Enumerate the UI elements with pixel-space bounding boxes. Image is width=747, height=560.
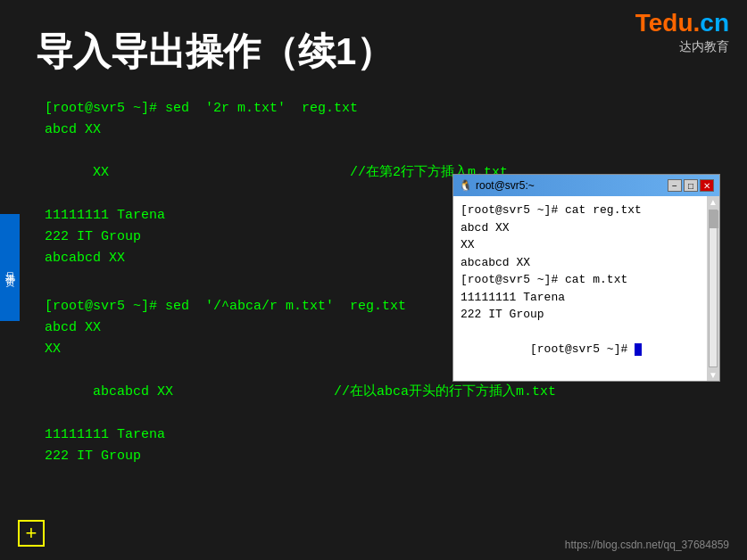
terminal-controls[interactable]: − □ ✕ xyxy=(668,179,714,192)
logo-te: Te xyxy=(635,9,663,37)
terminal-prompt: [root@svr5 ~]# xyxy=(530,342,635,356)
terminal-close-button[interactable]: ✕ xyxy=(700,179,714,192)
terminal-line-3: abcabcd XX xyxy=(461,254,700,272)
terminal-titlebar: 🐧 root@svr5:~ − □ ✕ xyxy=(453,175,719,196)
terminal-line-2: XX xyxy=(461,236,700,254)
terminal-body: [root@svr5 ~]# cat reg.txt abcd XX XX ab… xyxy=(453,196,707,381)
code-line-1-1: abcd XX xyxy=(45,119,729,141)
scroll-thumb[interactable] xyxy=(710,210,718,228)
code-line-1-2-text: XX //在第2行下方插入m.txt xyxy=(93,165,508,180)
code-line-1-0: [root@svr5 ~]# sed '2r m.txt' reg.txt xyxy=(45,98,729,119)
terminal-scroll-area: [root@svr5 ~]# cat reg.txt abcd XX XX ab… xyxy=(453,196,719,381)
scroll-down-arrow[interactable]: ▼ xyxy=(708,369,718,381)
terminal-content: [root@svr5 ~]# cat reg.txt abcd XX XX ab… xyxy=(453,196,707,381)
terminal-line-0: [root@svr5 ~]# cat reg.txt xyxy=(461,202,700,219)
terminal-line-6: 222 IT Group xyxy=(461,306,700,324)
terminal-line-1: abcd XX xyxy=(461,219,700,237)
terminal-line-5: 11111111 Tarena xyxy=(461,289,700,307)
logo-cn: cn xyxy=(700,9,729,37)
logo-tedu: Tedu.cn xyxy=(635,9,729,37)
terminal-title: 🐧 root@svr5:~ xyxy=(459,179,535,192)
plus-button[interactable]: + xyxy=(18,520,45,547)
logo-du: du xyxy=(662,9,693,37)
logo-area: Tedu.cn 达内教育 xyxy=(635,9,729,55)
terminal-maximize-button[interactable]: □ xyxy=(684,179,698,192)
scroll-up-arrow[interactable]: ▲ xyxy=(708,196,718,208)
bottom-link: https://blog.csdn.net/qq_37684859 xyxy=(565,539,729,551)
terminal-line-4: [root@svr5 ~]# cat m.txt xyxy=(461,271,700,289)
scroll-track[interactable] xyxy=(709,210,718,367)
terminal-title-text: root@svr5:~ xyxy=(476,179,535,192)
terminal-line-7: [root@svr5 ~]# xyxy=(461,324,700,376)
code-line-2-4: 11111111 Tarena xyxy=(45,424,729,446)
terminal-window: 🐧 root@svr5:~ − □ ✕ [root@svr5 ~]# cat r… xyxy=(452,174,720,382)
logo-subtitle: 达内教育 xyxy=(635,39,729,55)
terminal-icon: 🐧 xyxy=(459,179,472,192)
code-line-2-3-text: abcabcd XX //在以abca开头的行下方插入m.txt xyxy=(93,384,556,399)
terminal-minimize-button[interactable]: − xyxy=(668,179,682,192)
page-title: 导入导出操作（续1） xyxy=(36,27,394,77)
terminal-scrollbar[interactable]: ▲ ▼ xyxy=(707,196,719,381)
terminal-cursor xyxy=(635,343,642,356)
left-accent-bar: 只讲干货 xyxy=(0,214,20,321)
code-line-2-5: 222 IT Group xyxy=(45,446,729,467)
